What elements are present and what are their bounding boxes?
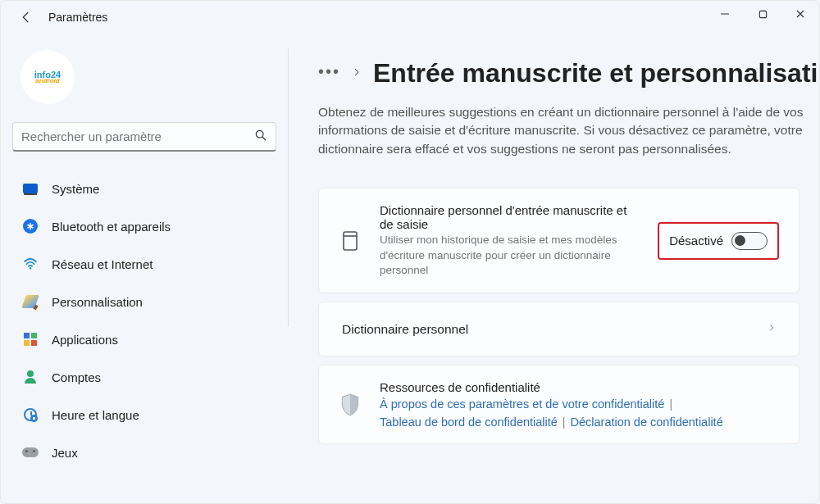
- bluetooth-icon: ∗: [22, 218, 39, 234]
- card-personal-dictionary[interactable]: Dictionnaire personnel: [318, 302, 800, 356]
- card-privacy-resources: Ressources de confidentialité À propos d…: [318, 365, 800, 444]
- search-box[interactable]: [12, 122, 276, 152]
- card-title: Dictionnaire personnel: [342, 322, 468, 337]
- breadcrumb-ellipsis[interactable]: •••: [318, 63, 340, 79]
- privacy-link-dashboard[interactable]: Tableau de bord de confidentialité: [380, 415, 558, 429]
- accounts-icon: [22, 369, 39, 385]
- link-separator: |: [669, 397, 672, 411]
- card-title: Dictionnaire personnel d'entrée manuscri…: [380, 203, 640, 231]
- maximize-button[interactable]: [744, 1, 781, 27]
- sidebar-item-label: Personnalisation: [52, 295, 143, 309]
- sidebar-item-label: Réseau et Internet: [52, 257, 153, 271]
- back-button[interactable]: [12, 3, 40, 31]
- sidebar-item-apps[interactable]: Applications: [12, 322, 276, 356]
- wifi-icon: [22, 256, 39, 272]
- card-subtitle: Utiliser mon historique de saisie et mes…: [380, 233, 640, 278]
- chevron-right-icon: [352, 65, 362, 82]
- sidebar-item-label: Jeux: [52, 446, 78, 460]
- sidebar-item-network[interactable]: Réseau et Internet: [12, 247, 276, 281]
- clock-globe-icon: [22, 406, 39, 423]
- privacy-link-statement[interactable]: Déclaration de confidentialité: [571, 415, 723, 429]
- close-button[interactable]: [781, 1, 819, 27]
- nav-list: Système ∗ Bluetooth et appareils Réseau …: [12, 171, 276, 470]
- window-title: Paramètres: [48, 11, 107, 24]
- sidebar-item-label: Système: [52, 182, 99, 196]
- card-title: Ressources de confidentialité: [380, 380, 779, 394]
- svg-line-3: [262, 137, 266, 140]
- titlebar: Paramètres: [1, 1, 819, 34]
- search-input[interactable]: [21, 129, 254, 143]
- chevron-right-icon: [768, 320, 776, 338]
- privacy-links: À propos de ces paramètres et de votre c…: [380, 397, 779, 429]
- dictionary-toggle[interactable]: [731, 232, 768, 250]
- sidebar-item-system[interactable]: Système: [12, 171, 276, 206]
- link-separator: |: [563, 415, 566, 429]
- svg-rect-1: [759, 11, 766, 17]
- sidebar-item-label: Bluetooth et appareils: [52, 220, 171, 234]
- privacy-link-about[interactable]: À propos de ces paramètres et de votre c…: [380, 397, 664, 411]
- sidebar-item-label: Heure et langue: [52, 408, 139, 422]
- system-icon: [22, 180, 39, 197]
- svg-point-2: [256, 130, 263, 138]
- main-content: ••• Entrée manuscrite et personnalisati …: [289, 34, 819, 503]
- minimize-button[interactable]: [706, 1, 744, 27]
- apps-icon: [22, 331, 39, 347]
- sidebar-item-bluetooth[interactable]: ∗ Bluetooth et appareils: [12, 209, 276, 243]
- gamepad-icon: [22, 444, 39, 461]
- book-icon: [339, 229, 362, 252]
- page-description: Obtenez de meilleures suggestions en cré…: [318, 103, 811, 158]
- sidebar-item-time-language[interactable]: Heure et langue: [12, 397, 276, 432]
- shield-icon: [339, 393, 362, 416]
- sidebar-item-personalization[interactable]: Personnalisation: [12, 284, 276, 319]
- toggle-label: Désactivé: [669, 234, 723, 247]
- svg-point-4: [30, 267, 31, 269]
- avatar[interactable]: info24 android: [20, 50, 75, 104]
- page-title: Entrée manuscrite et personnalisati: [373, 58, 818, 89]
- avatar-logo-line2: android: [34, 77, 61, 84]
- sidebar-item-accounts[interactable]: Comptes: [12, 360, 276, 394]
- card-inking-dictionary-toggle: Dictionnaire personnel d'entrée manuscri…: [318, 188, 800, 293]
- sidebar-item-gaming[interactable]: Jeux: [12, 435, 276, 470]
- search-icon: [254, 129, 267, 144]
- personalization-icon: [22, 293, 39, 310]
- svg-rect-5: [344, 232, 357, 250]
- sidebar: info24 android Système ∗ Bluetooth et ap…: [1, 34, 288, 503]
- toggle-highlight: Désactivé: [658, 222, 779, 260]
- sidebar-item-label: Comptes: [52, 370, 101, 384]
- breadcrumb: ••• Entrée manuscrite et personnalisati: [318, 58, 819, 89]
- sidebar-item-label: Applications: [52, 333, 118, 347]
